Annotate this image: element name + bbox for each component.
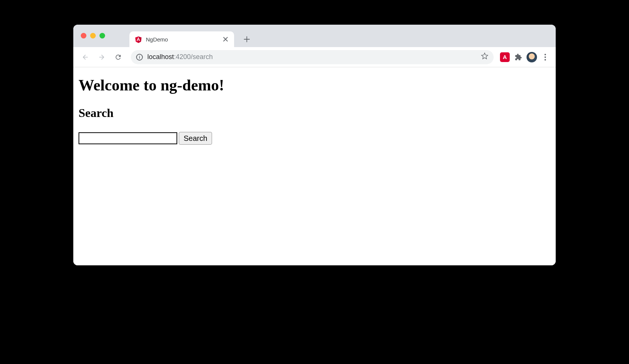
search-button[interactable]: Search (179, 132, 212, 145)
site-info-icon[interactable]: i (136, 54, 143, 61)
reload-button[interactable] (111, 50, 125, 64)
address-bar[interactable]: i localhost:4200/search (131, 50, 494, 64)
minimize-window-button[interactable] (90, 33, 96, 38)
search-input[interactable] (79, 132, 177, 144)
url-text: localhost:4200/search (147, 53, 476, 61)
page-title: Welcome to ng-demo! (79, 76, 550, 94)
angular-icon (135, 36, 142, 43)
kebab-menu-icon (542, 54, 548, 61)
maximize-window-button[interactable] (99, 33, 105, 38)
window-controls (81, 33, 105, 38)
avatar-icon (527, 52, 537, 62)
bookmark-star-icon[interactable] (481, 52, 488, 62)
browser-window: NgDemo i localhost:4200/search (73, 25, 556, 265)
search-heading: Search (79, 106, 550, 120)
new-tab-button[interactable] (240, 33, 254, 46)
page-content: Welcome to ng-demo! Search Search (73, 67, 556, 265)
tab-strip: NgDemo (73, 25, 556, 47)
browser-menu-button[interactable] (540, 52, 550, 62)
close-window-button[interactable] (81, 33, 86, 38)
augury-badge: A (500, 52, 510, 62)
forward-button[interactable] (95, 50, 108, 64)
extension-augury-icon[interactable]: A (500, 52, 510, 62)
url-host: localhost (147, 53, 174, 61)
search-form: Search (79, 132, 550, 145)
tab-title: NgDemo (146, 36, 218, 43)
browser-tab[interactable]: NgDemo (129, 31, 234, 47)
extensions-icon[interactable] (513, 52, 524, 62)
url-path: :4200/search (174, 53, 213, 61)
back-button[interactable] (79, 50, 92, 64)
browser-toolbar: i localhost:4200/search A (73, 47, 556, 67)
profile-avatar[interactable] (527, 52, 537, 62)
close-tab-icon[interactable] (222, 36, 229, 43)
